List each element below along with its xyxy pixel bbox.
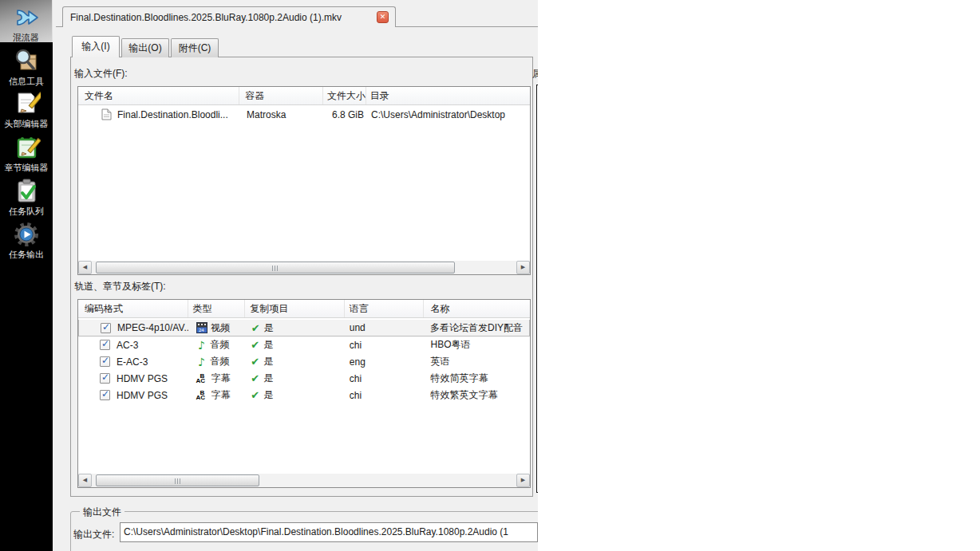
type-text: 音频 (211, 355, 230, 368)
type-cell: 24视频 (188, 320, 246, 336)
file-icon (101, 108, 112, 120)
header-editor-icon (12, 89, 41, 117)
svg-text:24: 24 (199, 328, 204, 333)
name-cell: 特效繁英文字幕 (424, 387, 530, 403)
sidebar-item-1[interactable]: 混流器 (0, 0, 53, 42)
column-header-3[interactable]: 文件大小 (323, 87, 366, 104)
name-cell: HBO粤语 (424, 337, 530, 353)
close-tab-icon[interactable]: ✕ (377, 11, 389, 23)
column-header-4[interactable]: 目录 (366, 87, 530, 104)
tracks-horizontal-scrollbar[interactable]: ◀ ▶ (78, 474, 530, 487)
copy-check-icon: ✔ (251, 372, 259, 384)
column-header-3[interactable]: 复制项目 (245, 300, 345, 317)
copy-text: 是 (263, 355, 273, 368)
main-window: Final.Destination.Bloodlines.2025.BluRay… (53, 0, 538, 551)
output-group-legend: 输出文件 (80, 506, 124, 519)
codec-cell: ✓HDMV PGS (78, 387, 188, 403)
subtitle-icon: BAC (196, 390, 208, 401)
scroll-left-icon[interactable]: ◀ (78, 261, 92, 274)
sidebar: 混流器信息工具头部编辑器章节编辑器任务队列任务输出 (0, 0, 53, 551)
scroll-right-icon[interactable]: ▶ (516, 261, 530, 274)
type-text: 音频 (211, 338, 230, 352)
codec-text: HDMV PGS (117, 390, 168, 401)
checkbox[interactable]: ✓ (100, 390, 110, 400)
input-files-table[interactable]: 文件名容器文件大小目录 Final.Destination.Bloodli...… (77, 86, 531, 275)
clipped-right-panel-label: 属 (532, 67, 538, 81)
sidebar-item-6[interactable]: 任务输出 (0, 217, 53, 257)
checkbox[interactable]: ✓ (100, 356, 110, 367)
checkbox[interactable]: ✓ (100, 373, 110, 384)
sidebar-item-3[interactable]: 头部编辑器 (0, 86, 53, 126)
sidebar-item-2[interactable]: 信息工具 (0, 44, 53, 81)
column-header-2[interactable]: 类型 (188, 300, 246, 317)
checkbox[interactable]: ✓ (100, 340, 110, 350)
audio-icon: ♪ (196, 356, 207, 368)
type-cell: BAC字幕 (188, 387, 246, 403)
subtitle-icon: BAC (196, 373, 208, 384)
input-files-header[interactable]: 文件名容器文件大小目录 (78, 87, 530, 105)
file-row[interactable]: Final.Destination.Bloodli...Matroska6.8 … (78, 106, 530, 123)
copy-check-icon: ✔ (251, 389, 259, 401)
copy-check-icon: ✔ (251, 322, 260, 334)
merge-icon (12, 2, 41, 31)
language-cell: chi (345, 370, 425, 387)
column-header-1[interactable]: 编码格式 (78, 300, 188, 317)
type-cell: ♪音频 (188, 353, 246, 370)
output-file-label: 输出文件: (73, 528, 114, 541)
language-cell: und (345, 320, 424, 336)
job-queue-icon (12, 176, 41, 205)
open-file-tab[interactable]: Final.Destination.Bloodlines.2025.BluRay… (62, 6, 396, 27)
sidebar-item-label: 头部编辑器 (0, 118, 53, 130)
tab-C[interactable]: 附件(C) (171, 38, 219, 57)
type-text: 字幕 (211, 372, 231, 385)
job-output-icon (12, 219, 41, 248)
tracks-scrollbar-thumb[interactable] (96, 474, 259, 486)
codec-text: AC-3 (117, 340, 138, 351)
codec-text: E-AC-3 (117, 356, 148, 368)
container-cell: Matroska (240, 106, 324, 123)
tracks-table[interactable]: 编码格式类型复制项目语言名称 ✓MPEG-4p10/AV...24视频✔是und… (77, 299, 531, 488)
file-name-cell: Final.Destination.Bloodli... (78, 106, 240, 123)
language-cell: chi (345, 337, 425, 353)
copy-check-icon: ✔ (251, 339, 259, 351)
column-header-4[interactable]: 语言 (345, 300, 425, 317)
track-row[interactable]: ✓HDMV PGSBAC字幕✔是chi特效繁英文字幕 (78, 387, 530, 403)
directory-cell: C:\Users\Administrator\Desktop (367, 106, 505, 123)
codec-cell: ✓E-AC-3 (78, 353, 188, 370)
scroll-right-icon[interactable]: ▶ (516, 474, 530, 487)
output-file-input[interactable]: C:\Users\Administrator\Desktop\Final.Des… (120, 522, 538, 542)
right-panel-clipped (536, 85, 538, 493)
column-header-2[interactable]: 容器 (239, 87, 323, 104)
language-cell: eng (345, 353, 425, 370)
copy-check-icon: ✔ (251, 356, 259, 368)
track-row[interactable]: ✓AC-3♪音频✔是chiHBO粤语 (78, 337, 530, 353)
language-cell: chi (345, 387, 425, 403)
codec-text: MPEG-4p10/AV... (117, 322, 188, 333)
track-row[interactable]: ✓E-AC-3♪音频✔是eng英语 (78, 353, 530, 370)
name-cell: 多看论坛首发DIY配音 (424, 320, 529, 336)
files-horizontal-scrollbar[interactable]: ◀ ▶ (78, 261, 530, 274)
sidebar-item-label: 任务队列 (0, 206, 53, 218)
tracks-header[interactable]: 编码格式类型复制项目语言名称 (78, 300, 530, 318)
column-header-5[interactable]: 名称 (424, 300, 530, 317)
copy-cell: ✔是 (245, 353, 345, 370)
files-scrollbar-thumb[interactable] (96, 262, 455, 274)
scroll-left-icon[interactable]: ◀ (78, 474, 92, 487)
tab-I[interactable]: 输入(I) (72, 36, 120, 57)
tracks-label: 轨道、章节及标签(T): (74, 280, 166, 293)
copy-cell: ✔是 (245, 387, 345, 403)
track-row[interactable]: ✓MPEG-4p10/AV...24视频✔是und多看论坛首发DIY配音 (78, 320, 530, 337)
checkbox[interactable]: ✓ (101, 323, 111, 333)
column-header-1[interactable]: 文件名 (78, 87, 239, 104)
codec-text: HDMV PGS (117, 373, 168, 384)
type-cell: ♪音频 (188, 337, 246, 353)
name-cell: 特效简英字幕 (424, 370, 530, 387)
sidebar-item-5[interactable]: 任务队列 (0, 174, 53, 213)
tab-O[interactable]: 输出(O) (121, 38, 169, 57)
track-row[interactable]: ✓HDMV PGSBAC字幕✔是chi特效简英字幕 (78, 370, 530, 387)
copy-text: 是 (263, 338, 273, 352)
codec-cell: ✓MPEG-4p10/AV... (79, 320, 188, 336)
copy-text: 是 (263, 372, 273, 385)
sidebar-item-4[interactable]: 章节编辑器 (0, 130, 53, 170)
sidebar-item-label: 章节编辑器 (0, 162, 53, 174)
